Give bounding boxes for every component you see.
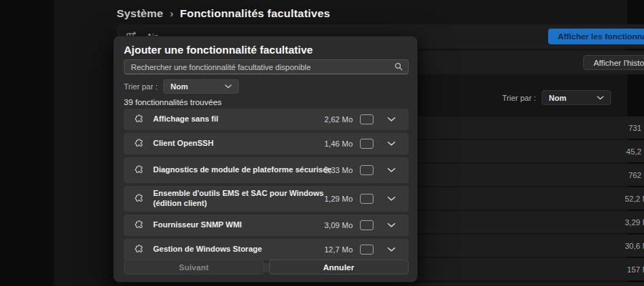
puzzle-icon	[133, 114, 145, 125]
background-sort-group: Trier par : Nom	[502, 90, 611, 105]
feature-name: Ensemble d'outils EMS et SAC pour Window…	[153, 189, 333, 209]
feature-size: 30,6 Mo	[625, 242, 644, 250]
feature-size: 2,33 Mo	[324, 166, 353, 174]
feature-size: 157 Mo	[627, 265, 644, 274]
puzzle-icon	[133, 138, 145, 149]
results-count: 39 fonctionnalités trouvées	[124, 98, 222, 107]
show-features-button[interactable]: Afficher les fonctionnalités	[548, 29, 644, 44]
breadcrumb-separator: ›	[170, 7, 173, 19]
show-history-button[interactable]: Afficher l'historique	[583, 55, 644, 70]
feature-size: 731 Ko	[628, 124, 644, 132]
chevron-down-icon[interactable]	[387, 168, 396, 173]
feature-checkbox[interactable]	[360, 220, 374, 230]
chevron-down-icon[interactable]	[387, 223, 396, 228]
list-item[interactable]: Gestion de Windows Storage 12,7 Mo	[124, 239, 409, 260]
feature-checkbox[interactable]	[360, 245, 374, 255]
dialog-sort-dropdown[interactable]: Nom	[163, 79, 239, 94]
search-icon[interactable]	[394, 61, 404, 72]
list-item[interactable]: Ensemble d'outils EMS et SAC pour Window…	[124, 186, 409, 212]
background-sort-label: Trier par :	[502, 94, 536, 102]
puzzle-icon	[133, 164, 145, 176]
puzzle-icon	[133, 193, 145, 204]
list-item[interactable]: Client OpenSSH 1,46 Mo	[124, 133, 409, 154]
available-features-list: Affichage sans fil 2,62 Mo Client OpenSS…	[124, 109, 409, 272]
feature-search-input[interactable]	[124, 59, 409, 74]
feature-size: 1,29 Mo	[324, 194, 353, 203]
settings-window: Système›Fonctionnalités facultatives Ajo…	[0, 0, 644, 286]
feature-checkbox[interactable]	[360, 114, 374, 124]
feature-size: 45,2 Ko	[626, 147, 644, 156]
chevron-down-icon[interactable]	[387, 247, 396, 252]
feature-size: 3,09 Mo	[324, 221, 353, 230]
feature-name: Diagnostics de module de plateforme sécu…	[153, 165, 333, 175]
puzzle-icon	[133, 220, 145, 231]
page-title: Fonctionnalités facultatives	[180, 7, 331, 19]
breadcrumb: Système›Fonctionnalités facultatives	[117, 7, 330, 20]
feature-size: 1,46 Mo	[324, 139, 353, 148]
chevron-down-icon[interactable]	[387, 117, 396, 122]
list-item[interactable]: Fournisseur SNMP WMI 3,09 Mo	[124, 214, 409, 236]
dialog-sort-label: Trier par :	[124, 82, 157, 91]
feature-size: 762 Ko	[628, 171, 644, 179]
dialog-sort-value: Nom	[170, 82, 187, 91]
chevron-down-icon[interactable]	[387, 197, 396, 202]
feature-name: Fournisseur SNMP WMI	[153, 220, 333, 230]
feature-size: 52,2 Mo	[625, 194, 644, 203]
feature-size: 3,29 Mo	[625, 218, 644, 227]
feature-size: 12,7 Mo	[324, 245, 353, 254]
feature-name: Client OpenSSH	[153, 139, 333, 149]
feature-size: 2,62 Mo	[324, 115, 353, 124]
list-item[interactable]: Diagnostics de module de plateforme sécu…	[124, 157, 409, 183]
feature-checkbox[interactable]	[360, 139, 374, 149]
list-item[interactable]: Affichage sans fil 2,62 Mo	[124, 109, 409, 130]
next-button[interactable]: Suivant	[124, 260, 264, 275]
add-optional-feature-dialog: Ajouter une fonctionnalité facultative T…	[113, 36, 418, 282]
dialog-title: Ajouter une fonctionnalité facultative	[124, 44, 313, 56]
chevron-down-icon	[597, 96, 604, 100]
feature-checkbox[interactable]	[360, 165, 374, 175]
table-row-partial	[117, 282, 644, 286]
chevron-down-icon	[225, 84, 232, 89]
puzzle-icon	[133, 244, 145, 255]
breadcrumb-system[interactable]: Système	[117, 7, 163, 19]
feature-name: Affichage sans fil	[153, 114, 333, 124]
feature-checkbox[interactable]	[360, 194, 374, 204]
background-sort-value: Nom	[549, 94, 566, 102]
feature-name: Gestion de Windows Storage	[153, 245, 333, 255]
dialog-sort-group: Trier par : Nom	[124, 79, 239, 94]
background-sort-dropdown[interactable]: Nom	[542, 90, 611, 105]
chevron-down-icon[interactable]	[387, 142, 396, 147]
cancel-button[interactable]: Annuler	[269, 260, 409, 275]
